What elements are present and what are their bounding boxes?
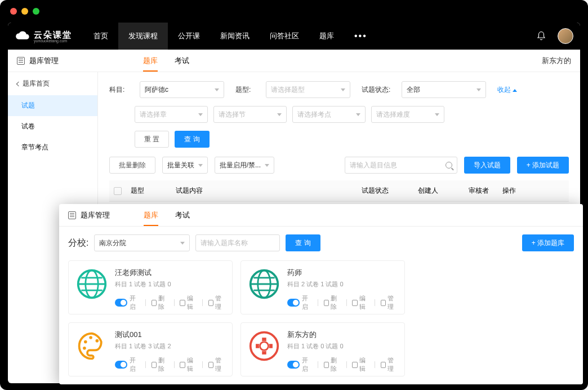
tab[interactable]: 考试: [175, 204, 190, 226]
batch-relate-select[interactable]: 批量关联: [162, 157, 208, 174]
divider: [318, 299, 318, 306]
reset-button[interactable]: 重 置: [135, 131, 169, 148]
question-search-input[interactable]: 请输入题目信息: [345, 157, 457, 174]
chevron-down-icon: [180, 242, 185, 245]
open-toggle[interactable]: [287, 299, 300, 307]
th-status: 试题状态: [362, 186, 418, 196]
open-toggle[interactable]: [115, 361, 127, 369]
nav-item[interactable]: 首页: [83, 23, 118, 50]
edit-icon: [180, 362, 185, 368]
card-edit-button[interactable]: 编辑: [352, 356, 369, 373]
close-window-button[interactable]: [10, 8, 17, 15]
card-delete-button[interactable]: 删除: [324, 356, 341, 373]
filter-select[interactable]: 请选择章: [135, 106, 208, 123]
sidebar-item[interactable]: 试题: [8, 95, 97, 116]
subject-select[interactable]: 阿萨德c: [140, 81, 224, 98]
card-title: 药师: [287, 268, 398, 278]
svg-point-11: [89, 336, 92, 339]
chevron-down-icon: [265, 164, 269, 167]
logo[interactable]: 云朵课堂 yunduoketang.com: [15, 28, 72, 44]
globe-icon: [248, 268, 280, 300]
nav-item[interactable]: 问答社区: [260, 23, 309, 50]
maximize-window-button[interactable]: [33, 8, 39, 15]
card-title: 汪老师测试: [115, 268, 225, 278]
nav-item[interactable]: 题库: [309, 23, 344, 50]
status-select[interactable]: 全部: [402, 81, 486, 98]
open-toggle[interactable]: [287, 361, 300, 369]
bell-icon[interactable]: [536, 31, 546, 41]
bank-card[interactable]: 新东方的科目 1 试卷 0 试题 0开启删除编辑管理: [240, 322, 405, 376]
sidebar-back-button[interactable]: 题库首页: [8, 72, 97, 95]
card-edit-button[interactable]: 编辑: [180, 294, 197, 311]
chevron-down-icon: [198, 113, 203, 116]
divider: [346, 299, 347, 306]
coin-icon: [248, 330, 280, 362]
svg-point-12: [96, 339, 99, 343]
svg-point-10: [84, 340, 87, 344]
edit-icon: [352, 362, 357, 368]
edit-icon: [352, 300, 357, 306]
open-toggle[interactable]: [115, 299, 127, 307]
nav-more-button[interactable]: •••: [344, 31, 377, 41]
minimize-window-button[interactable]: [21, 8, 28, 15]
chevron-down-icon: [198, 164, 203, 167]
sidebar-item[interactable]: 试卷: [8, 116, 97, 137]
add-question-button[interactable]: + 添加试题: [517, 157, 569, 174]
search-button[interactable]: 查 询: [175, 131, 209, 148]
select-all-checkbox[interactable]: [114, 187, 122, 195]
nav-item[interactable]: 新闻资讯: [210, 23, 260, 50]
palette-icon: [75, 330, 108, 362]
card-manage-button[interactable]: 管理: [381, 356, 398, 373]
bank-card[interactable]: 药师科目 2 试卷 1 试题 0开启删除编辑管理: [240, 260, 405, 314]
divider: [346, 361, 347, 368]
batch-delete-button[interactable]: 批量删除: [109, 157, 155, 174]
batch-toggle-select[interactable]: 批量启用/禁...: [215, 157, 274, 174]
card-edit-button[interactable]: 编辑: [352, 294, 369, 311]
avatar[interactable]: [558, 28, 573, 44]
divider: [174, 299, 175, 306]
chevron-down-icon: [341, 88, 345, 91]
bank-name-input[interactable]: 请输入题库名称: [195, 234, 280, 251]
logo-subtext: yunduoketang.com: [34, 39, 72, 43]
filter-select[interactable]: 请选择节: [213, 106, 287, 123]
card-actions: 开启删除编辑管理: [115, 294, 225, 311]
card-manage-button[interactable]: 管理: [208, 356, 225, 373]
browser-frame: 云朵课堂 yunduoketang.com 首页发现课程公开课新闻资讯问答社区题…: [0, 0, 588, 390]
status-label: 试题状态:: [362, 85, 390, 95]
add-bank-button[interactable]: + 添加题库: [522, 234, 574, 251]
filter-select[interactable]: 请选择考点: [292, 106, 366, 123]
open-label: 开启: [302, 356, 312, 373]
collapse-toggle[interactable]: 收起: [497, 85, 517, 95]
bank-search-button[interactable]: 查 询: [286, 234, 320, 251]
filter-select[interactable]: 请选择难度: [371, 106, 444, 123]
chevron-down-icon: [356, 113, 360, 116]
card-meta: 科目 1 试卷 1 试题 0: [115, 280, 225, 289]
card-manage-button[interactable]: 管理: [208, 294, 225, 311]
bank-list-window: 题库管理 题库考试 分校: 南京分院 请输入题库名称 查 询 + 添加题库 汪老…: [59, 204, 583, 384]
edit-icon: [180, 300, 185, 306]
nav-item[interactable]: 公开课: [168, 23, 210, 50]
chevron-down-icon: [476, 88, 481, 91]
card-manage-button[interactable]: 管理: [381, 294, 398, 311]
sidebar-item[interactable]: 章节考点: [8, 137, 97, 158]
bank-card[interactable]: 汪老师测试科目 1 试卷 1 试题 0开启删除编辑管理: [68, 260, 233, 314]
card-meta: 科目 2 试卷 1 试题 0: [287, 280, 398, 289]
card-delete-button[interactable]: 删除: [152, 294, 168, 311]
tab[interactable]: 题库: [144, 204, 158, 226]
branch-select[interactable]: 南京分院: [94, 234, 190, 251]
card-delete-button[interactable]: 删除: [324, 294, 341, 311]
subject-label: 科目:: [109, 85, 128, 95]
trash-icon: [152, 362, 157, 368]
divider: [145, 299, 146, 306]
chevron-up-icon: [513, 89, 517, 92]
tab[interactable]: 考试: [175, 50, 189, 72]
open-label: 开启: [130, 294, 140, 311]
type-select[interactable]: 请选择题型: [266, 81, 350, 98]
card-edit-button[interactable]: 编辑: [180, 356, 197, 373]
nav-item[interactable]: 发现课程: [118, 23, 168, 50]
tab[interactable]: 题库: [143, 50, 158, 72]
bank-card[interactable]: 测试001科目 1 试卷 3 试题 2开启删除编辑管理: [68, 322, 233, 376]
doc-icon: [68, 211, 76, 219]
card-delete-button[interactable]: 删除: [152, 356, 168, 373]
import-button[interactable]: 导入试题: [464, 157, 510, 174]
